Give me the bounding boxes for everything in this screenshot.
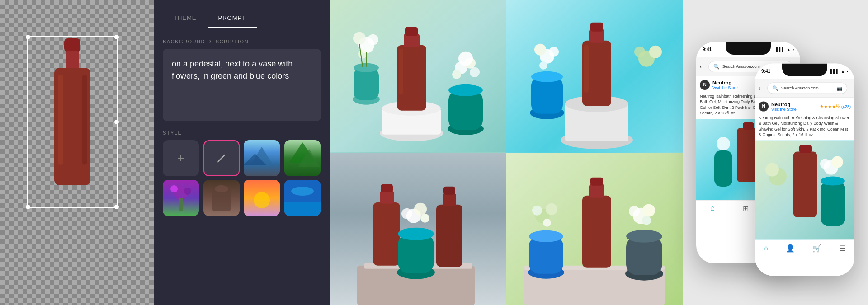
svg-rect-30 [399, 49, 403, 94]
svg-point-95 [543, 218, 551, 226]
svg-rect-112 [799, 145, 812, 153]
style-grid: + [163, 140, 321, 216]
time-2: 9:41 [761, 69, 770, 74]
svg-point-65 [649, 46, 662, 58]
background-description-label: BACKGROUND DESCRIPTION [163, 39, 321, 44]
style-ocean-item[interactable] [284, 180, 321, 216]
style-sunset-item[interactable] [244, 180, 280, 216]
svg-rect-87 [589, 184, 604, 197]
person-nav-icon-2[interactable]: 👤 [786, 244, 795, 252]
product-bottle [45, 38, 99, 201]
phone-mockup-2: 9:41 ▌▌▌ ▲ ▪ ‹ 🔍 📷 N Neutrog [755, 63, 854, 276]
handle-top-right[interactable] [114, 35, 119, 39]
handle-bottom-right[interactable] [114, 205, 119, 209]
svg-point-102 [642, 216, 651, 225]
svg-point-35 [353, 32, 366, 45]
style-pencil-item[interactable] [203, 140, 240, 176]
phone-notch-2 [782, 63, 827, 76]
svg-rect-113 [821, 181, 845, 226]
svg-rect-9 [244, 165, 280, 176]
svg-line-6 [217, 161, 218, 162]
svg-point-80 [414, 202, 427, 215]
svg-point-107 [717, 137, 730, 150]
bottom-nav-2: ⌂ 👤 🛒 ☰ [755, 239, 854, 256]
search-bar-2[interactable]: 🔍 📷 [767, 82, 847, 94]
camera-icon-2[interactable]: 📷 [837, 85, 842, 90]
handle-middle-right[interactable] [114, 120, 119, 124]
svg-point-101 [629, 206, 640, 216]
svg-rect-75 [443, 186, 455, 194]
rating-row-2: ★★★★½ (423) [820, 104, 851, 109]
gen-image-2-svg [506, 0, 683, 153]
svg-point-19 [254, 192, 270, 208]
generated-image-1[interactable] [330, 0, 506, 153]
back-button-2[interactable]: ‹ [759, 84, 761, 92]
grid-nav-icon-1[interactable]: ⊞ [743, 204, 749, 213]
style-add-button[interactable]: + [163, 140, 199, 176]
cafe-icon [203, 180, 240, 216]
battery-icon-1: ▪ [793, 47, 794, 52]
svg-rect-88 [590, 177, 603, 185]
svg-rect-54 [590, 23, 603, 32]
ocean-icon [284, 180, 321, 216]
rating-count-2[interactable]: (423) [841, 104, 851, 108]
phone-notch-1 [726, 42, 771, 55]
time-1: 9:41 [703, 47, 712, 52]
svg-rect-57 [531, 77, 563, 114]
gen-image-1-svg [330, 0, 506, 153]
stars-2: ★★★★½ [820, 104, 840, 109]
handle-bottom-left[interactable] [26, 205, 30, 209]
svg-point-66 [634, 47, 645, 57]
signal-icon-2: ▌▌▌ [830, 69, 839, 73]
handle-top-left[interactable] [26, 35, 30, 39]
tab-prompt[interactable]: PROMPT [208, 9, 257, 28]
svg-rect-22 [284, 202, 321, 216]
svg-point-78 [398, 227, 434, 240]
cart-nav-icon-2[interactable]: 🛒 [812, 244, 821, 252]
background-description-section: BACKGROUND DESCRIPTION on a pedestal, ne… [163, 39, 321, 121]
svg-point-36 [368, 34, 378, 45]
prompt-textarea[interactable]: on a pedestal, next to a vase with flowe… [163, 49, 321, 121]
svg-point-17 [215, 185, 228, 192]
product-flowers-icon [163, 180, 199, 216]
style-forest-item[interactable] [284, 140, 321, 176]
svg-rect-86 [582, 195, 611, 267]
search-input-2[interactable] [781, 86, 834, 90]
search-icon-1: 🔍 [713, 64, 720, 70]
svg-point-100 [642, 204, 655, 216]
svg-point-46 [452, 70, 461, 79]
seller-link-2[interactable]: Visit the Store [771, 107, 817, 111]
product-description-2: Neutrog Rainbath Refreshing & Cleansing … [755, 115, 854, 140]
gen-image-3-svg [330, 153, 506, 305]
seller-name-2: Neutrog [771, 101, 817, 107]
svg-rect-32 [354, 68, 379, 100]
home-nav-icon-2[interactable]: ⌂ [764, 244, 769, 252]
style-mountains-item[interactable] [244, 140, 280, 176]
generated-image-3[interactable] [330, 153, 506, 305]
svg-rect-70 [373, 202, 400, 265]
menu-nav-icon-2[interactable]: ☰ [839, 244, 845, 252]
style-label: STYLE [163, 130, 321, 136]
svg-point-62 [539, 61, 547, 70]
svg-point-116 [831, 156, 843, 168]
svg-point-81 [401, 208, 412, 219]
panel-body: BACKGROUND DESCRIPTION on a pedestal, ne… [154, 28, 330, 305]
svg-rect-3 [58, 75, 63, 165]
home-nav-icon-1[interactable]: ⌂ [710, 204, 715, 213]
style-cafe-item[interactable] [203, 180, 240, 216]
svg-rect-15 [179, 198, 183, 211]
svg-rect-41 [448, 90, 483, 130]
style-product-flowers-item[interactable] [163, 180, 199, 216]
back-button-1[interactable]: ‹ [700, 63, 702, 70]
generated-image-4[interactable] [506, 153, 683, 305]
svg-rect-72 [381, 184, 393, 192]
svg-point-45 [458, 52, 473, 66]
svg-rect-74 [443, 193, 456, 206]
svg-point-114 [821, 176, 845, 185]
svg-point-61 [549, 47, 559, 57]
svg-point-82 [420, 213, 429, 222]
tab-theme[interactable]: THEME [163, 9, 208, 28]
product-image-2 [755, 140, 854, 239]
sunset-icon [244, 180, 280, 216]
generated-image-2[interactable] [506, 0, 683, 153]
